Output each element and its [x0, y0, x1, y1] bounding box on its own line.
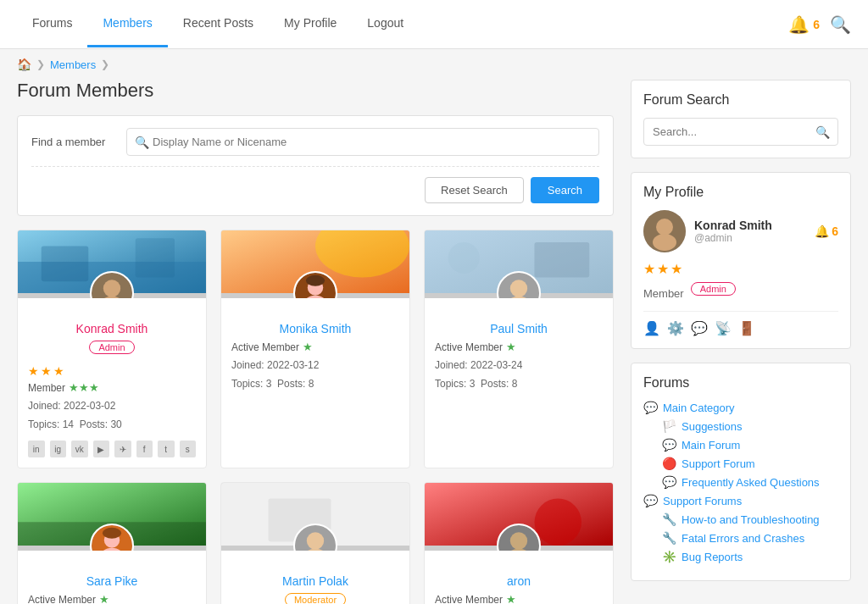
- profile-bell-count: 6: [832, 224, 838, 238]
- card-body: Martin Polak Moderator Member ★ Joined: …: [221, 551, 409, 604]
- member-name[interactable]: Paul Smith: [435, 322, 603, 335]
- chevron-icon2: ❯: [101, 58, 109, 70]
- bug-icon: ✳️: [662, 550, 676, 563]
- notification-bell[interactable]: 🔔 6: [788, 14, 820, 35]
- social-icons: in ig vk ▶ ✈ f t s: [28, 441, 196, 457]
- nav-icons: 🔔 6 🔍: [788, 14, 851, 35]
- facebook-icon[interactable]: f: [136, 441, 153, 457]
- profile-role-badge: Admin: [691, 282, 736, 296]
- forum-label: Support Forum: [682, 457, 755, 470]
- home-icon[interactable]: 🏠: [17, 58, 31, 71]
- forums-section: Forums 💬 Main Category 🏳️ Suggestions: [631, 363, 851, 581]
- card-banner: [425, 483, 613, 551]
- svg-point-36: [656, 219, 673, 236]
- topics-posts-info: Topics: 3 Posts: 8: [435, 375, 603, 394]
- svg-rect-14: [535, 242, 590, 278]
- forum-label: Suggestions: [682, 420, 743, 433]
- member-status: Active Member ★: [28, 593, 196, 604]
- nav-logout[interactable]: Logout: [352, 1, 419, 47]
- nav-my-profile[interactable]: My Profile: [269, 1, 352, 47]
- profile-settings-icon[interactable]: ⚙️: [667, 320, 684, 336]
- forum-suggestions[interactable]: 🏳️ Suggestions: [662, 419, 838, 433]
- joined-info: Joined: 2022-03-02: [28, 397, 196, 416]
- profile-user-icon[interactable]: 👤: [643, 320, 660, 336]
- forum-support-forums[interactable]: 💬 Support Forums: [643, 494, 838, 507]
- status-label: Active Member: [28, 594, 96, 604]
- svg-point-31: [535, 499, 582, 546]
- support2-icon: 💬: [643, 494, 658, 507]
- forum-main-forum[interactable]: 💬 Main Forum: [662, 438, 838, 452]
- profile-message-icon[interactable]: 💬: [691, 320, 708, 336]
- svg-point-37: [653, 234, 676, 251]
- card-banner: [221, 483, 409, 551]
- member-name[interactable]: Sara Pike: [28, 574, 196, 588]
- forum-faq[interactable]: 💬 Frequently Asked Questions: [662, 475, 838, 489]
- instagram-icon[interactable]: ig: [50, 441, 67, 457]
- avatar: [90, 524, 134, 551]
- chevron-icon: ❯: [36, 58, 45, 70]
- profile-avatar: [643, 210, 686, 252]
- member-status: Active Member ★: [435, 593, 603, 604]
- skype-icon[interactable]: s: [180, 441, 197, 457]
- joined-info: Joined: 2022-03-24: [435, 357, 603, 375]
- main-layout: Forum Members Find a member 🔍 Reset Sear…: [0, 80, 868, 604]
- member-status: Member ★★★: [28, 381, 196, 394]
- nav-forums[interactable]: Forums: [17, 1, 87, 47]
- member-status: Active Member ★: [231, 341, 399, 353]
- my-profile-title: My Profile: [643, 185, 838, 200]
- avatar-wrap: [90, 271, 134, 298]
- profile-exit-icon[interactable]: 🚪: [738, 320, 755, 336]
- telegram-icon[interactable]: ✈: [114, 441, 131, 457]
- member-meta: Joined: 2022-03-12 Topics: 3 Posts: 8: [231, 357, 399, 393]
- forum-label: Bug Reports: [682, 551, 743, 563]
- breadcrumb-current: Members: [50, 58, 96, 71]
- forum-howto[interactable]: 🔧 How-to and Troubleshooting: [662, 513, 838, 526]
- nav-recent-posts[interactable]: Recent Posts: [168, 1, 269, 47]
- member-card: Konrad Smith Admin ★★★ Member ★★★ Joined…: [17, 230, 207, 468]
- forum-bug[interactable]: ✳️ Bug Reports: [662, 550, 838, 563]
- member-name[interactable]: Martin Polak: [231, 574, 399, 588]
- svg-point-5: [103, 280, 120, 296]
- forum-main-category[interactable]: 💬 Main Category: [643, 401, 838, 414]
- search-button[interactable]: Search: [531, 177, 599, 203]
- card-body: Sara Pike Active Member ★ Joined: 2022-0…: [18, 551, 206, 604]
- profile-handle: @admin: [694, 232, 772, 244]
- reset-search-button[interactable]: Reset Search: [425, 177, 524, 203]
- svg-point-33: [510, 532, 527, 549]
- vk-icon[interactable]: vk: [71, 441, 88, 457]
- profile-rss-icon[interactable]: 📡: [715, 320, 732, 336]
- youtube-icon[interactable]: ▶: [93, 441, 110, 457]
- member-name[interactable]: aron: [435, 574, 603, 588]
- profile-bell[interactable]: 🔔 6: [815, 224, 838, 238]
- status-label: Active Member: [231, 341, 299, 353]
- list-item: 🔧 How-to and Troubleshooting: [643, 513, 838, 526]
- twitter-icon[interactable]: t: [158, 441, 175, 457]
- member-name[interactable]: Konrad Smith: [28, 322, 196, 335]
- avatar-wrap: [90, 524, 134, 551]
- forum-label: How-to and Troubleshooting: [682, 513, 820, 526]
- nav-members[interactable]: Members: [87, 1, 167, 47]
- member-search-box: Find a member 🔍 Reset Search Search: [17, 115, 614, 216]
- forum-fatal[interactable]: 🔧 Fatal Errors and Crashes: [662, 531, 838, 545]
- forum-search-input[interactable]: [643, 118, 838, 146]
- card-banner: [221, 230, 409, 298]
- search-actions: Reset Search Search: [31, 166, 599, 203]
- member-name[interactable]: Monika Smith: [231, 322, 399, 335]
- profile-actions: 👤 ⚙️ 💬 📡 🚪: [643, 311, 838, 336]
- forum-list: 💬 Main Category 🏳️ Suggestions 💬 Main Fo…: [643, 401, 838, 563]
- card-banner: [425, 230, 613, 298]
- chat-icon: 💬: [643, 401, 658, 414]
- linkedin-icon[interactable]: in: [28, 441, 45, 457]
- svg-point-12: [306, 275, 325, 286]
- forum-support[interactable]: 🔴 Support Forum: [662, 457, 838, 470]
- member-card: aron Active Member ★ Joined: 2022-07-13 …: [424, 482, 614, 604]
- admin-badge: Admin: [89, 341, 134, 354]
- member-search-input[interactable]: [126, 128, 599, 156]
- forum-label: Support Forums: [663, 495, 742, 507]
- profile-stars: ★ ★ ★: [643, 261, 838, 277]
- member-card: Sara Pike Active Member ★ Joined: 2022-0…: [17, 482, 207, 604]
- sidebar: Forum Search 🔍 My Profile Konrad Smith: [631, 80, 851, 604]
- nav-search-button[interactable]: 🔍: [830, 14, 851, 35]
- top-nav: Forums Members Recent Posts My Profile L…: [0, 0, 868, 49]
- joined-info: Joined: 2022-03-12: [231, 357, 399, 375]
